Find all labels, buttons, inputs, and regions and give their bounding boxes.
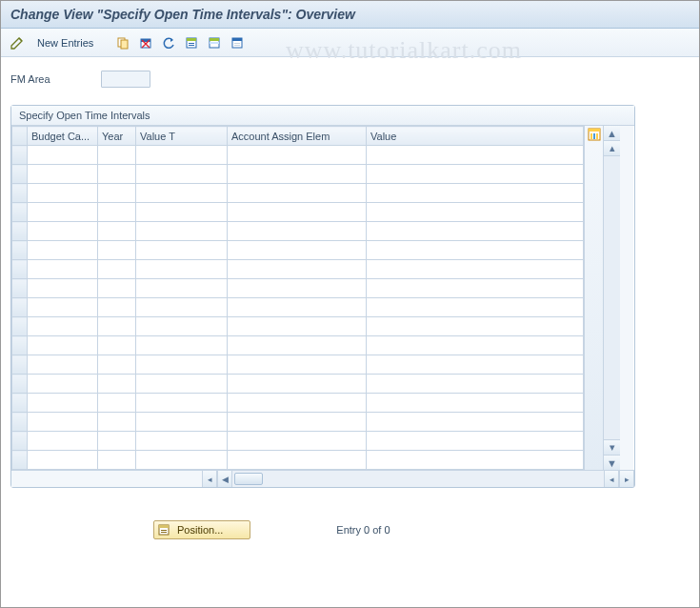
position-button[interactable]: Position... (153, 520, 250, 539)
table-row[interactable] (12, 184, 584, 203)
cell[interactable] (98, 222, 136, 241)
row-selector[interactable] (12, 146, 28, 165)
scroll-up-icon[interactable]: ▲ (604, 126, 620, 141)
toggle-change-icon[interactable] (9, 34, 26, 51)
cell[interactable] (28, 146, 98, 165)
cell[interactable] (98, 184, 136, 203)
col-value[interactable]: Value (367, 127, 584, 146)
cell[interactable] (28, 355, 98, 375)
cell[interactable] (228, 413, 367, 432)
cell[interactable] (28, 241, 98, 260)
cell[interactable] (28, 203, 98, 222)
cell[interactable] (367, 375, 584, 394)
cell[interactable] (228, 184, 367, 203)
cell[interactable] (98, 375, 136, 394)
cell[interactable] (228, 336, 367, 355)
cell[interactable] (228, 222, 367, 241)
table-row[interactable] (12, 241, 584, 260)
cell[interactable] (136, 451, 228, 470)
table-row[interactable] (12, 260, 584, 279)
cell[interactable] (98, 279, 136, 298)
row-selector[interactable] (12, 394, 28, 413)
cell[interactable] (367, 260, 584, 279)
cell[interactable] (98, 355, 136, 375)
col-account-assign-elem[interactable]: Account Assign Elem (228, 127, 367, 146)
table-row[interactable] (12, 165, 584, 184)
cell[interactable] (136, 165, 228, 184)
row-selector[interactable] (12, 222, 28, 241)
cell[interactable] (98, 432, 136, 451)
table-row[interactable] (12, 451, 584, 470)
table-row[interactable] (12, 222, 584, 241)
row-selector[interactable] (12, 413, 28, 432)
table-row[interactable] (12, 336, 584, 355)
row-selector[interactable] (12, 355, 28, 375)
row-selector[interactable] (12, 260, 28, 279)
cell[interactable] (136, 375, 228, 394)
cell[interactable] (367, 394, 584, 413)
table-settings-icon[interactable] (588, 128, 601, 141)
row-selector[interactable] (12, 432, 28, 451)
cell[interactable] (136, 394, 228, 413)
cell[interactable] (136, 336, 228, 355)
cell[interactable] (136, 260, 228, 279)
cell[interactable] (28, 260, 98, 279)
table-row[interactable] (12, 413, 584, 432)
cell[interactable] (136, 413, 228, 432)
scroll-left-end-icon[interactable]: ◂ (202, 471, 217, 487)
cell[interactable] (228, 432, 367, 451)
copy-as-icon[interactable] (114, 34, 131, 51)
cell[interactable] (98, 165, 136, 184)
scroll-right-icon[interactable]: ◂ (604, 471, 619, 487)
table-row[interactable] (12, 317, 584, 336)
cell[interactable] (367, 432, 584, 451)
cell[interactable] (136, 146, 228, 165)
row-selector[interactable] (12, 165, 28, 184)
cell[interactable] (367, 146, 584, 165)
deselect-all-icon[interactable] (229, 34, 246, 51)
cell[interactable] (28, 298, 98, 317)
cell[interactable] (228, 394, 367, 413)
cell[interactable] (98, 317, 136, 336)
cell[interactable] (136, 203, 228, 222)
table-row[interactable] (12, 279, 584, 298)
cell[interactable] (98, 298, 136, 317)
row-selector[interactable] (12, 203, 28, 222)
select-block-icon[interactable] (206, 34, 223, 51)
cell[interactable] (28, 336, 98, 355)
row-selector[interactable] (12, 298, 28, 317)
row-selector[interactable] (12, 451, 28, 470)
cell[interactable] (28, 222, 98, 241)
col-budget-category[interactable]: Budget Ca... (28, 127, 98, 146)
delete-icon[interactable] (137, 34, 154, 51)
cell[interactable] (136, 184, 228, 203)
cell[interactable] (136, 317, 228, 336)
table-row[interactable] (12, 298, 584, 317)
cell[interactable] (136, 298, 228, 317)
cell[interactable] (28, 165, 98, 184)
cell[interactable] (228, 203, 367, 222)
cell[interactable] (28, 279, 98, 298)
table-row[interactable] (12, 146, 584, 165)
cell[interactable] (228, 355, 367, 375)
cell[interactable] (98, 451, 136, 470)
cell[interactable] (367, 413, 584, 432)
data-grid[interactable]: Budget Ca... Year Value T Account Assign… (11, 126, 584, 470)
table-row[interactable] (12, 375, 584, 394)
row-selector[interactable] (12, 375, 28, 394)
cell[interactable] (228, 279, 367, 298)
table-row[interactable] (12, 394, 584, 413)
cell[interactable] (367, 184, 584, 203)
cell[interactable] (136, 279, 228, 298)
col-year[interactable]: Year (98, 127, 136, 146)
table-row[interactable] (12, 203, 584, 222)
new-entries-button[interactable]: New Entries (31, 35, 99, 51)
table-row[interactable] (12, 432, 584, 451)
cell[interactable] (28, 432, 98, 451)
cell[interactable] (98, 394, 136, 413)
scroll-left-icon[interactable]: ◀ (217, 471, 232, 487)
row-selector[interactable] (12, 317, 28, 336)
undo-change-icon[interactable] (160, 34, 177, 51)
cell[interactable] (28, 413, 98, 432)
cell[interactable] (98, 203, 136, 222)
